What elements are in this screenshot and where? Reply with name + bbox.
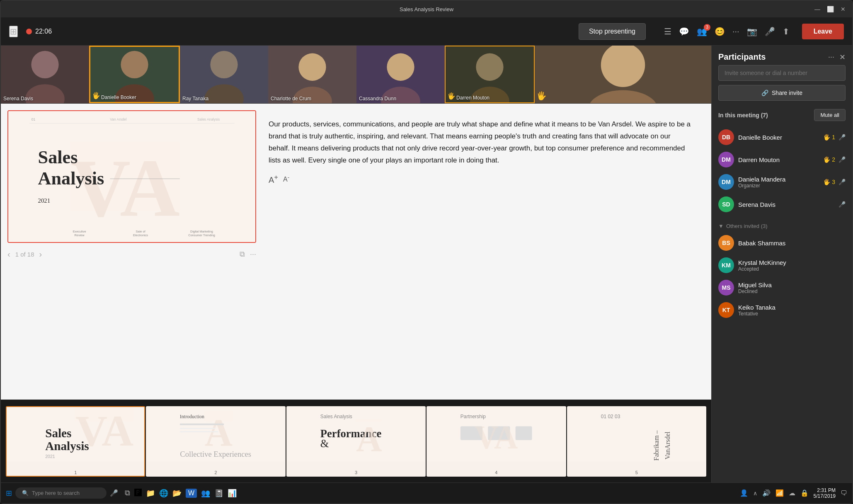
emoji-icon-button[interactable]: 😊 [715, 27, 725, 36]
maximize-button[interactable]: ⬜ [827, 6, 834, 12]
stop-presenting-button[interactable]: Stop presenting [579, 23, 646, 40]
top-right-controls: ☰ 💬 👥 3 😊 ··· 📷 🎤 ⬆ [664, 27, 790, 36]
others-invited-list: BS Babak Shammas KM Krystal McKinney Acc… [712, 232, 852, 321]
slide-thumb-1[interactable]: Sales Analysis 2021 VA 1 [6, 406, 145, 477]
participant-item-keiko: KT Keiko Tanaka Tentative [718, 299, 846, 321]
avatar-miguel: MS [718, 280, 734, 296]
svg-point-4 [121, 51, 148, 78]
excel-button[interactable]: 📊 [228, 489, 237, 498]
main-video-thumb[interactable]: 🖐 [535, 46, 711, 103]
participant-actions-darren: 🖐 2 🎤 [823, 156, 846, 163]
svg-point-16 [476, 53, 503, 81]
minimize-button[interactable]: — [814, 6, 820, 12]
slide-thumb-2[interactable]: Introduction A Collective Experiences 2 [146, 406, 285, 477]
participant-name-babak: Babak Shammas [738, 240, 846, 247]
participant-item-danielle: DB Danielle Booker 🖐 1 🎤 [718, 126, 846, 148]
video-thumb-ray[interactable]: Ray Tanaka [180, 46, 268, 103]
svg-text:A: A [205, 411, 233, 453]
svg-text:Sales: Sales [38, 147, 78, 167]
svg-point-7 [210, 51, 237, 78]
menu-icon-button[interactable]: ☰ [664, 27, 671, 36]
mic-button[interactable]: 🎤 [765, 27, 775, 36]
others-invited-section: ▼ Others invited (3) BS Babak Shammas KM [712, 219, 852, 321]
others-invited-title: Others invited (3) [726, 223, 768, 229]
start-button[interactable]: ⊞ [6, 489, 12, 498]
teams-button[interactable]: 👥 [201, 489, 210, 498]
participant-actions-serena: 🎤 [838, 201, 846, 208]
onenote-button[interactable]: 📓 [214, 489, 223, 498]
volume-button[interactable]: 🔊 [762, 489, 771, 497]
avatar-serena: SD [718, 196, 734, 212]
notifications-button[interactable]: ∧ [753, 490, 757, 497]
video-thumb-charlotte[interactable]: Charlotte de Crum [268, 46, 356, 103]
participant-info-keiko: Keiko Tanaka Tentative [738, 304, 846, 317]
sidebar-more-button[interactable]: ··· [828, 53, 834, 62]
increase-font-button[interactable]: A+ [269, 173, 278, 185]
share-content-button[interactable]: ⬆ [783, 27, 790, 36]
explorer-button[interactable]: 📁 [146, 489, 155, 498]
video-thumb-darren[interactable]: 🖐 Darren Mouton [445, 46, 535, 103]
svg-text:A: A [356, 419, 382, 459]
folder-button[interactable]: 📂 [172, 489, 182, 498]
next-slide-button[interactable]: › [39, 250, 42, 259]
more-slide-options-button[interactable]: ··· [250, 250, 256, 259]
leave-button[interactable]: Leave [802, 24, 844, 39]
video-thumb-danielle[interactable]: 🖐 Danielle Booker [89, 46, 180, 103]
in-meeting-section: In this meeting (7) Mute all DB Danielle… [712, 106, 852, 219]
slide-thumb-4[interactable]: Partnership VA 4 [426, 406, 566, 477]
svg-text:01 02 03: 01 02 03 [601, 413, 620, 419]
decrease-font-button[interactable]: A- [283, 174, 289, 183]
participant-name-miguel: Miguel Silva [738, 281, 846, 288]
taskbar-mic-button[interactable]: 🎤 [110, 489, 118, 497]
search-bar[interactable]: 🔍 Type here to search [15, 487, 107, 499]
prev-slide-button[interactable]: ‹ [7, 250, 10, 259]
people-icon-button[interactable]: 👥 3 [697, 27, 707, 36]
duplicate-slide-button[interactable]: ⧉ [240, 250, 245, 259]
time-display: 2:31 PM 5/17/2019 [814, 487, 836, 499]
svg-text:Sales: Sales [45, 426, 71, 440]
close-button[interactable]: ✕ [841, 6, 846, 12]
chat-icon-button[interactable]: 💬 [679, 27, 689, 36]
timer-display: 22:06 [35, 28, 52, 35]
avatar-daniela: DM [718, 174, 734, 190]
participant-item-miguel: MS Miguel Silva Declined [718, 276, 846, 299]
mute-all-button[interactable]: Mute all [814, 109, 846, 121]
edge-button[interactable]: 🌐 [159, 489, 168, 498]
svg-text:VA: VA [475, 419, 518, 455]
onedrive-button[interactable]: ☁ [789, 489, 795, 497]
grid-view-button[interactable]: ⊞ [9, 26, 18, 37]
more-options-button[interactable]: ··· [732, 27, 739, 36]
people-taskbar-button[interactable]: 👤 [740, 489, 748, 497]
sidebar-close-button[interactable]: ✕ [839, 53, 846, 62]
network-button[interactable]: 📶 [775, 489, 784, 497]
participant-role-daniela: Organizer [738, 183, 819, 189]
participant-info-danielle: Danielle Booker [738, 134, 819, 141]
slide-thumb-5[interactable]: 01 02 03 Fabrikam – VanArsdel 5 [567, 406, 706, 477]
action-center-button[interactable]: 🗨 [841, 489, 847, 497]
participant-info-serena: Serena Davis [738, 201, 834, 208]
svg-text:Collective Experiences: Collective Experiences [180, 449, 252, 458]
participant-name-danielle: Danielle Booker [738, 134, 819, 141]
share-invite-button[interactable]: 🔗 Share invite [718, 85, 846, 101]
slide-thumb-3[interactable]: Sales Analysis Performance & A 3 [286, 406, 426, 477]
svg-text:2021: 2021 [38, 197, 50, 204]
video-thumb-cassandra[interactable]: Cassandra Dunn [356, 46, 445, 103]
video-thumb-serena[interactable]: Serena Davis [1, 46, 89, 103]
taskview-button[interactable]: ⧉ [125, 489, 130, 497]
camera-button[interactable]: 📷 [747, 27, 757, 36]
participant-item-babak: BS Babak Shammas [718, 232, 846, 254]
powerpoint-button[interactable]: 🅿 [134, 489, 142, 497]
participant-name-krystal: Krystal McKinney [738, 259, 846, 266]
main-slide[interactable]: VA 01 Van Arsdel Sales Analysis Sales An… [7, 110, 256, 243]
recording-dot [26, 29, 32, 34]
svg-text:Analysis: Analysis [38, 168, 104, 189]
svg-rect-44 [180, 431, 218, 432]
svg-text:&: & [320, 437, 329, 449]
others-invited-toggle[interactable]: ▼ Others invited (3) [712, 219, 852, 232]
invite-input[interactable] [718, 65, 846, 81]
svg-text:VA: VA [75, 407, 133, 455]
security-button[interactable]: 🔒 [800, 489, 809, 497]
word-button[interactable]: W [186, 489, 197, 498]
avatar-keiko: KT [718, 302, 734, 318]
window-title: Sales Analysis Review [400, 6, 453, 12]
